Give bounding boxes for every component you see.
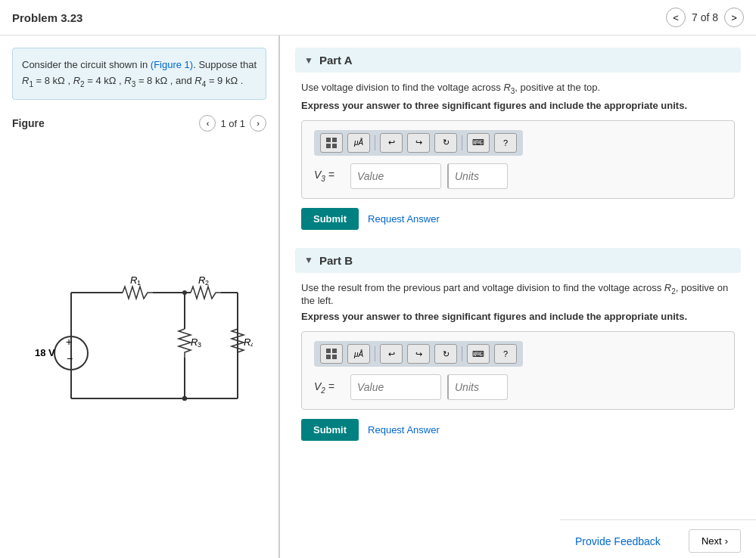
- svg-text:−: −: [67, 352, 73, 364]
- pagination-controls: < 7 of 8 >: [666, 8, 744, 27]
- svg-rect-29: [326, 138, 331, 142]
- part-b-var-label: V2 =: [314, 380, 344, 395]
- separator-a1: [375, 135, 375, 150]
- svg-point-15: [182, 290, 187, 295]
- svg-text:4: 4: [250, 341, 253, 349]
- svg-text:3: 3: [198, 341, 201, 349]
- bottom-bar: Provide Feedback Next ›: [560, 519, 756, 558]
- page-info: 7 of 8: [692, 11, 718, 23]
- separator-b1: [375, 346, 375, 361]
- figure-next-button[interactable]: ›: [250, 115, 266, 132]
- svg-text:18 V: 18 V: [35, 347, 55, 358]
- matrix-button-b[interactable]: [320, 344, 343, 364]
- refresh-button-a[interactable]: ↻: [434, 133, 457, 153]
- part-a-answer-box: μÅ ↩ ↪ ↻ ⌨ ? V3 =: [301, 120, 735, 199]
- problem-context: Consider the circuit shown in (Figure 1)…: [12, 48, 266, 100]
- part-b-body: Use the result from the previous part an…: [295, 282, 741, 442]
- part-a-actions: Submit Request Answer: [301, 208, 735, 230]
- part-b-section: ▼ Part B Use the result from the previou…: [295, 248, 741, 442]
- svg-rect-35: [326, 355, 331, 359]
- figure-nav: ‹ 1 of 1 ›: [199, 115, 266, 132]
- svg-rect-34: [332, 349, 337, 353]
- separator-a2: [462, 135, 462, 150]
- svg-rect-32: [332, 144, 337, 148]
- svg-text:R: R: [244, 336, 250, 348]
- part-b-value-input[interactable]: [350, 374, 441, 400]
- part-a-var-label: V3 =: [314, 169, 344, 183]
- svg-text:R: R: [130, 274, 137, 286]
- refresh-button-b[interactable]: ↻: [434, 344, 457, 364]
- separator-b2: [462, 346, 462, 361]
- part-a-request-answer-link[interactable]: Request Answer: [368, 213, 440, 225]
- redo-button-b[interactable]: ↪: [407, 344, 430, 364]
- figure-header: Figure ‹ 1 of 1 ›: [12, 115, 266, 132]
- figure-link[interactable]: (Figure 1): [151, 59, 193, 70]
- part-a-units-input[interactable]: [447, 163, 508, 189]
- next-chevron-icon: ›: [725, 535, 728, 547]
- right-panel: ▼ Part A Use voltage division to find th…: [280, 36, 756, 558]
- part-a-body: Use voltage division to find the voltage…: [295, 82, 741, 230]
- part-a-section: ▼ Part A Use voltage division to find th…: [295, 48, 741, 230]
- undo-button-b[interactable]: ↩: [380, 344, 403, 364]
- part-a-bold-instruction: Express your answer to three significant…: [301, 100, 735, 111]
- problem-title: Problem 3.23: [12, 11, 82, 24]
- help-button-a[interactable]: ?: [494, 133, 517, 153]
- circuit-diagram: R 1 R 2: [12, 141, 266, 550]
- next-button[interactable]: Next ›: [689, 529, 741, 553]
- redo-button-a[interactable]: ↪: [407, 133, 430, 153]
- keyboard-button-b[interactable]: ⌨: [467, 344, 490, 364]
- part-a-header[interactable]: ▼ Part A: [295, 48, 741, 73]
- undo-button-a[interactable]: ↩: [380, 133, 403, 153]
- part-b-instruction: Use the result from the previous part an…: [301, 282, 735, 307]
- part-b-submit-button[interactable]: Submit: [301, 419, 359, 441]
- svg-point-28: [182, 396, 187, 401]
- figure-title: Figure: [12, 117, 45, 129]
- svg-text:R: R: [191, 336, 198, 348]
- svg-text:2: 2: [205, 279, 209, 287]
- part-b-header[interactable]: ▼ Part B: [295, 248, 741, 273]
- svg-text:1: 1: [137, 279, 141, 287]
- matrix-button-a[interactable]: [320, 133, 343, 153]
- mu-button-b[interactable]: μÅ: [347, 344, 370, 364]
- part-a-submit-button[interactable]: Submit: [301, 208, 359, 230]
- part-b-actions: Submit Request Answer: [301, 419, 735, 441]
- svg-rect-33: [326, 349, 331, 353]
- svg-rect-30: [332, 138, 337, 142]
- svg-text:+: +: [66, 336, 72, 348]
- part-b-toolbar: μÅ ↩ ↪ ↻ ⌨ ?: [314, 341, 523, 367]
- part-a-input-row: V3 =: [314, 163, 722, 189]
- mu-button-a[interactable]: μÅ: [347, 133, 370, 153]
- part-a-value-input[interactable]: [350, 163, 441, 189]
- part-b-input-row: V2 =: [314, 374, 722, 400]
- part-b-units-input[interactable]: [447, 374, 508, 400]
- svg-rect-31: [326, 144, 331, 148]
- part-a-toolbar: μÅ ↩ ↪ ↻ ⌨ ?: [314, 130, 523, 156]
- svg-text:R: R: [198, 274, 205, 286]
- part-b-arrow: ▼: [304, 255, 313, 265]
- part-a-arrow: ▼: [304, 55, 313, 66]
- keyboard-button-a[interactable]: ⌨: [467, 133, 490, 153]
- part-b-request-answer-link[interactable]: Request Answer: [368, 424, 440, 436]
- part-a-instruction: Use voltage division to find the voltage…: [301, 82, 735, 95]
- help-button-b[interactable]: ?: [494, 344, 517, 364]
- part-b-answer-box: μÅ ↩ ↪ ↻ ⌨ ? V2 =: [301, 331, 735, 410]
- svg-rect-36: [332, 355, 337, 359]
- next-label: Next: [702, 535, 722, 547]
- part-a-title: Part A: [319, 54, 353, 67]
- part-b-title: Part B: [319, 254, 353, 267]
- provide-feedback-link[interactable]: Provide Feedback: [575, 535, 661, 547]
- prev-problem-button[interactable]: <: [666, 8, 686, 27]
- left-panel: Consider the circuit shown in (Figure 1)…: [0, 36, 280, 558]
- figure-page: 1 of 1: [220, 118, 245, 129]
- part-b-bold-instruction: Express your answer to three significant…: [301, 311, 735, 322]
- figure-prev-button[interactable]: ‹: [199, 115, 216, 132]
- next-problem-button[interactable]: >: [724, 8, 744, 27]
